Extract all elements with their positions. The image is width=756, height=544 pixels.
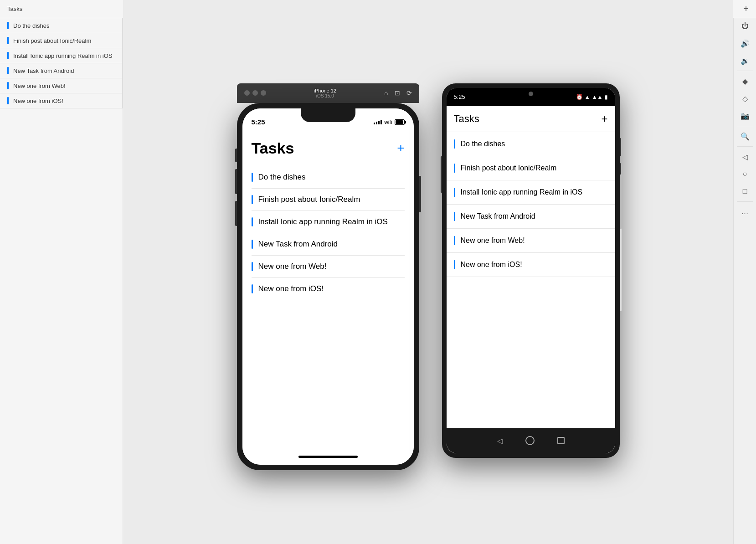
sidebar-item-label-6: New one from iOS! — [13, 98, 63, 104]
ios-task-item-6[interactable]: New one from iOS! — [252, 278, 405, 300]
ios-task-item-5[interactable]: New one from Web! — [252, 256, 405, 278]
ios-app-header: Tasks + — [252, 139, 405, 157]
ios-app-title: Tasks — [252, 139, 294, 157]
sidebar-item-label-5: New one from Web! — [13, 82, 66, 89]
sidebar-item-5[interactable]: New one from Web! — [0, 78, 122, 93]
ios-status-right: wifi — [374, 119, 404, 125]
ios-task-item-4[interactable]: New Task from Android — [252, 233, 405, 256]
ios-battery-icon — [395, 119, 405, 125]
android-alarm-icon: ⏰ — [576, 94, 583, 100]
android-status-bar: 5:25 ⏰ ▲ ▲▲ ▮ — [447, 88, 615, 106]
android-task-list: Do the dishes Finish post about Ionic/Re… — [447, 132, 615, 428]
android-task-item-5[interactable]: New one from Web! — [447, 229, 615, 253]
devices-container: iPhone 12 iOS 15.0 ⌂ ⊡ ⟳ — [237, 83, 620, 470]
sidebar-item-1[interactable]: Do the dishes — [0, 18, 122, 33]
volume-up-icon: 🔊 — [741, 39, 750, 48]
sidebar-item-label-2: Finish post about Ionic/Realm — [13, 37, 91, 44]
more-icon: … — [741, 208, 749, 216]
ios-device-os: iOS 15.0 — [272, 93, 379, 98]
ios-toolbar-icons: ⌂ ⊡ ⟳ — [384, 89, 411, 97]
screenshot-toolbar-icon[interactable]: ⊡ — [395, 89, 400, 97]
android-task-item-4[interactable]: New Task from Android — [447, 205, 615, 229]
android-app-title: Tasks — [454, 113, 479, 125]
android-battery-icon: ▮ — [605, 94, 608, 100]
rt-volume-up-button[interactable]: 🔊 — [737, 35, 753, 51]
android-home-button[interactable] — [525, 436, 535, 445]
android-task-item-1[interactable]: Do the dishes — [447, 132, 615, 156]
sidebar-item-3[interactable]: Install Ionic app running Realm in iOS — [0, 48, 122, 63]
android-nav-bar: ◁ — [447, 428, 615, 453]
rt-more-button[interactable]: … — [737, 204, 753, 220]
ios-toolbar-dots — [244, 90, 266, 96]
ios-task-list: Do the dishes Finish post about Ionic/Re… — [252, 166, 405, 300]
android-scrollbar[interactable] — [620, 174, 622, 311]
rt-diamond-button[interactable]: ◆ — [737, 73, 753, 89]
sidebar-item-label-4: New Task from Android — [13, 67, 74, 74]
camera-icon: 📷 — [741, 112, 750, 120]
android-signal-icon: ▲▲ — [592, 94, 603, 100]
ios-wifi-icon: wifi — [384, 119, 392, 125]
android-phone: 5:25 ⏰ ▲ ▲▲ ▮ Tasks + — [442, 83, 620, 458]
android-task-item-3[interactable]: Install Ionic app running Realm in iOS — [447, 180, 615, 205]
ios-app-content: Tasks + Do the dishes Finish post about … — [242, 130, 414, 449]
rt-volume-down-button[interactable]: 🔉 — [737, 52, 753, 69]
ios-notch — [301, 108, 355, 122]
ios-home-bar — [298, 456, 358, 458]
sidebar-item-6[interactable]: New one from iOS! — [0, 93, 122, 108]
android-wifi-icon: ▲ — [585, 94, 590, 100]
volume-down-icon: 🔉 — [741, 56, 750, 65]
android-scrollbar-thumb — [620, 174, 622, 229]
power-icon: ⏻ — [741, 22, 749, 30]
ios-time: 5:25 — [252, 118, 265, 126]
android-task-item-2[interactable]: Finish post about Ionic/Realm — [447, 156, 615, 180]
rt-separator-4 — [737, 146, 753, 147]
rt-zoom-button[interactable]: 🔍 — [737, 128, 753, 144]
rt-separator-5 — [737, 201, 753, 202]
sidebar-item-2[interactable]: Finish post about Ionic/Realm — [0, 33, 122, 48]
diamond-icon: ◆ — [742, 77, 748, 86]
right-toolbar: ⏻ 🔊 🔉 ◆ ◇ 📷 🔍 ◁ ○ □ … — [733, 0, 756, 544]
sidebar: Do the dishes Finish post about Ionic/Re… — [0, 18, 123, 108]
ios-add-button[interactable]: + — [397, 141, 404, 155]
android-time: 5:25 — [454, 93, 465, 100]
ios-task-item-2[interactable]: Finish post about Ionic/Realm — [252, 189, 405, 211]
main-content: iPhone 12 iOS 15.0 ⌂ ⊡ ⟳ — [123, 0, 733, 544]
rt-back-button[interactable]: ◁ — [737, 149, 753, 165]
ios-phone-inner: 5:25 wifi — [242, 108, 414, 465]
home-toolbar-icon[interactable]: ⌂ — [384, 89, 388, 97]
toolbar-dot-1[interactable] — [244, 90, 250, 96]
ios-home-indicator — [242, 449, 414, 465]
zoom-icon: 🔍 — [741, 132, 750, 141]
toolbar-dot-2[interactable] — [252, 90, 258, 96]
rt-home-button[interactable]: ○ — [737, 166, 753, 182]
android-recents-button[interactable] — [557, 437, 565, 444]
eraser-icon: ◇ — [742, 94, 748, 103]
android-camera-dot — [529, 92, 533, 96]
rt-eraser-button[interactable]: ◇ — [737, 90, 753, 107]
android-back-button[interactable]: ◁ — [497, 436, 503, 445]
rt-power-button[interactable]: ⏻ — [737, 18, 753, 34]
ios-toolbar-title: iPhone 12 iOS 15.0 — [272, 88, 379, 98]
android-task-item-6[interactable]: New one from iOS! — [447, 253, 615, 277]
sidebar-item-4[interactable]: New Task from Android — [0, 63, 122, 78]
ios-task-item-1[interactable]: Do the dishes — [252, 166, 405, 189]
rotate-toolbar-icon[interactable]: ⟳ — [406, 89, 412, 97]
ios-task-item-3[interactable]: Install Ionic app running Realm in iOS — [252, 211, 405, 233]
sidebar-item-label-1: Do the dishes — [13, 22, 50, 29]
ios-signal-icon — [374, 120, 382, 124]
rt-square-button[interactable]: □ — [737, 183, 753, 200]
toolbar-dot-3[interactable] — [261, 90, 266, 96]
android-app-header: Tasks + — [447, 106, 615, 132]
android-phone-inner: 5:25 ⏰ ▲ ▲▲ ▮ Tasks + — [447, 88, 615, 453]
android-device-wrapper: 5:25 ⏰ ▲ ▲▲ ▮ Tasks + — [442, 83, 620, 458]
ios-toolbar: iPhone 12 iOS 15.0 ⌂ ⊡ ⟳ — [237, 83, 419, 103]
android-status-right: ⏰ ▲ ▲▲ ▮ — [576, 94, 608, 100]
square-icon: □ — [743, 187, 747, 195]
top-add-button[interactable]: + — [743, 4, 749, 14]
app-title: Tasks — [7, 5, 22, 12]
ios-device-name: iPhone 12 — [272, 88, 379, 93]
rt-separator-3 — [737, 126, 753, 126]
ios-phone: 5:25 wifi — [237, 103, 419, 470]
android-add-button[interactable]: + — [601, 113, 607, 125]
rt-camera-button[interactable]: 📷 — [737, 108, 753, 124]
